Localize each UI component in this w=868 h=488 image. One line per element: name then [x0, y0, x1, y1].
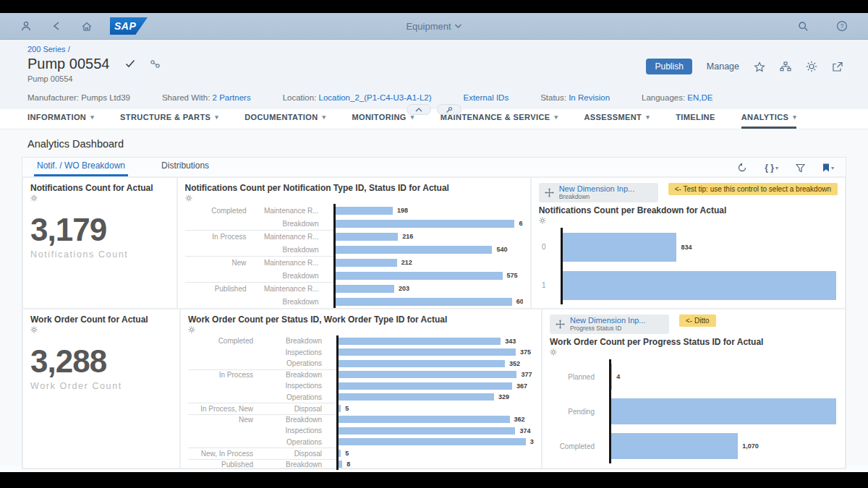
bar[interactable] [339, 371, 516, 378]
test-tip-badge: <- Test tip: use this control to select … [668, 183, 838, 195]
bar[interactable] [611, 433, 738, 459]
manage-button[interactable]: Manage [707, 61, 739, 72]
favorite-star-icon[interactable] [754, 61, 765, 72]
group-label: Published [188, 461, 260, 468]
bar-value: 375 [520, 348, 531, 356]
hierarchy-icon[interactable] [780, 61, 791, 72]
bar[interactable] [339, 382, 512, 390]
breadcrumb[interactable]: 200 Series / [27, 45, 841, 53]
settings-gear-icon[interactable] [806, 61, 817, 72]
publish-button[interactable]: Publish [646, 59, 692, 74]
bar[interactable] [339, 450, 341, 457]
bar[interactable] [611, 398, 836, 424]
bookmark-icon[interactable]: ▾ [822, 163, 834, 172]
back-icon[interactable] [46, 17, 67, 35]
anchor-tab-structure-parts[interactable]: STRUCTURE & PARTS▾ [120, 113, 218, 129]
chart-title: Notifications Count per Notification Typ… [185, 183, 523, 194]
bar[interactable] [336, 233, 399, 241]
svg-text:?: ? [840, 22, 843, 30]
bar-row: Inspections 375 [188, 347, 534, 359]
bar[interactable] [339, 360, 505, 367]
bar[interactable] [339, 338, 501, 345]
bar[interactable] [339, 438, 526, 445]
anchor-tab-timeline[interactable]: TIMELINE [676, 113, 715, 129]
anchor-tab-label: INFORMATION [27, 113, 86, 121]
bar[interactable] [563, 271, 836, 300]
bar[interactable] [336, 259, 397, 267]
bar-row: Breakdown 608 [185, 295, 523, 308]
bar[interactable] [611, 364, 612, 390]
bar[interactable] [339, 348, 516, 356]
user-profile-icon[interactable] [16, 17, 36, 35]
category-label: Maintenance R... [254, 233, 326, 241]
dimension-input-button[interactable]: New Dimension Inp... Progress Status ID [550, 314, 669, 334]
bar[interactable] [339, 427, 515, 435]
bar[interactable] [339, 416, 510, 423]
meta-value[interactable]: External IDs [464, 93, 509, 102]
association-link-icon[interactable] [150, 59, 161, 69]
collapse-header-icon[interactable] [407, 104, 431, 115]
meta-value[interactable]: Location_2_(P1-C4-U3-A1-L2) [319, 93, 432, 102]
pin-header-icon[interactable] [437, 104, 461, 115]
search-icon[interactable] [793, 17, 813, 35]
dashboard-tab-distributions[interactable]: Distributions [158, 160, 212, 176]
work-order-kpi-tile[interactable]: Work Order Count for Actual3,288Work Ord… [22, 309, 180, 468]
bar-value: 540 [496, 246, 507, 253]
category-label: Breakdown [254, 272, 326, 280]
bar[interactable] [339, 461, 342, 468]
chart-settings-gear-icon[interactable] [539, 217, 546, 224]
chart-settings-gear-icon[interactable] [30, 194, 38, 202]
dimension-input-button[interactable]: New Dimension Inp... Breakdown [539, 183, 658, 202]
notifications-kpi-tile[interactable]: Notifications Count for Actual3,179Notif… [22, 177, 177, 309]
notifications-breakdown-tile[interactable]: New Dimension Inp... Breakdown <- Test t… [531, 177, 846, 309]
chart-settings-gear-icon[interactable] [185, 194, 192, 202]
filter-icon[interactable] [796, 163, 805, 173]
meta-value[interactable]: 2 Partners [213, 93, 251, 102]
chart-settings-gear-icon[interactable] [30, 326, 38, 333]
work-order-progress-tile[interactable]: New Dimension Inp... Progress Status ID … [542, 309, 846, 468]
chart-settings-gear-icon[interactable] [188, 326, 195, 333]
reset-icon[interactable] [737, 163, 747, 173]
category-label: Planned [550, 373, 602, 381]
validate-check-icon[interactable] [125, 59, 135, 69]
meta-value[interactable]: EN,DE [687, 93, 712, 102]
share-icon[interactable] [832, 61, 843, 72]
bar[interactable] [336, 285, 395, 293]
bar[interactable] [336, 246, 493, 254]
bar[interactable] [336, 298, 512, 306]
anchor-tab-assessment[interactable]: ASSESSMENT▾ [584, 113, 650, 129]
chart-title: Work Order Count for Actual [30, 314, 153, 325]
bar-row: Inspections 374 [188, 425, 534, 437]
work-order-bar-chart-tile[interactable]: Work Order Count per Status ID, Work Ord… [180, 309, 542, 468]
code-braces-icon[interactable]: { } ▾ [765, 163, 778, 173]
bar[interactable] [339, 405, 341, 412]
help-icon[interactable]: ? [832, 17, 852, 35]
anchor-tab-information[interactable]: INFORMATION▾ [27, 113, 94, 129]
bar[interactable] [336, 220, 515, 228]
meta-field: Shared With: 2 Partners [162, 93, 251, 102]
home-icon[interactable] [77, 17, 97, 35]
bar[interactable] [563, 233, 677, 262]
anchor-tab-documentation[interactable]: DOCUMENTATION▾ [244, 113, 326, 129]
bar[interactable] [339, 393, 494, 401]
chart-settings-gear-icon[interactable] [550, 348, 557, 356]
notifications-bar-chart-tile[interactable]: Notifications Count per Notification Typ… [177, 177, 531, 309]
bar-value: 5 [345, 450, 349, 457]
bar-value: 329 [498, 393, 509, 401]
category-label: Breakdown [254, 220, 326, 228]
app-title-dropdown[interactable]: Equipment [406, 21, 461, 32]
bar-row: In Process, New Disposal 5 [188, 403, 534, 414]
chart-title: Work Order Count per Progress Status ID … [550, 337, 838, 348]
bar-row: Planned 4 [550, 359, 838, 394]
meta-label: Languages: [642, 93, 687, 102]
bar-row: Completed 1,070 [550, 429, 838, 463]
meta-value[interactable]: In Revision [569, 93, 610, 102]
bar[interactable] [336, 272, 503, 280]
bar-row: Operations 352 [188, 358, 534, 369]
anchor-tab-monitoring[interactable]: MONITORING▾ [352, 113, 414, 129]
anchor-tab-maintenance-service[interactable]: MAINTENANCE & SERVICE▾ [441, 113, 558, 129]
dashboard-tab-notif-wo-breakdown[interactable]: Notif. / WO Breakdown [34, 160, 128, 176]
anchor-tab-analytics[interactable]: ANALYTICS▾ [741, 113, 796, 129]
bar[interactable] [336, 207, 393, 215]
category-label: Breakdown [260, 416, 329, 424]
